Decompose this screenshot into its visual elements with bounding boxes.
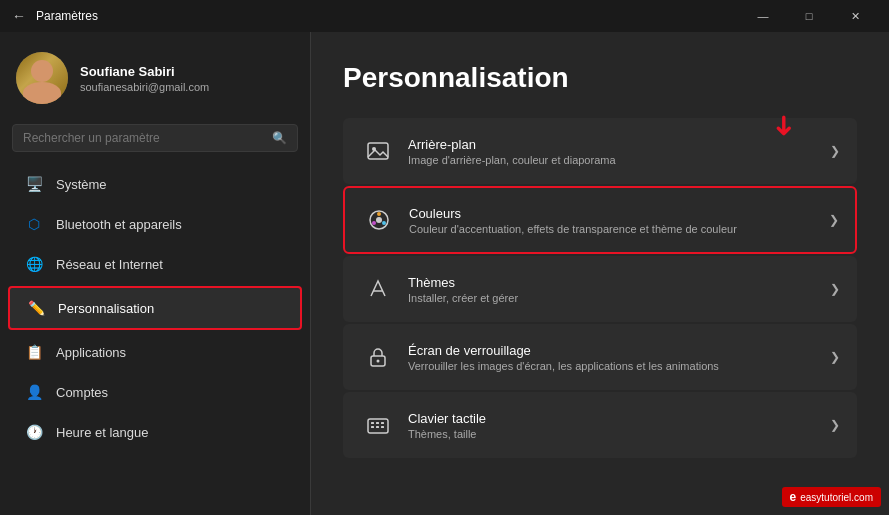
svg-rect-11 [371, 422, 374, 424]
svg-rect-16 [381, 426, 384, 428]
sidebar-item-time[interactable]: 🕐 Heure et langue [8, 412, 302, 452]
network-icon: 🌐 [24, 254, 44, 274]
lockscreen-icon [360, 339, 396, 375]
search-input[interactable] [23, 131, 264, 145]
nav-list: 🖥️ Système ⬡ Bluetooth et appareils 🌐 Ré… [0, 164, 310, 452]
colors-icon [361, 202, 397, 238]
themes-icon [360, 271, 396, 307]
close-button[interactable]: ✕ [833, 0, 877, 32]
svg-point-6 [376, 217, 382, 223]
chevron-right-icon: ❯ [830, 418, 840, 432]
svg-rect-0 [368, 143, 388, 159]
settings-item-desc: Verrouiller les images d'écran, les appl… [408, 360, 822, 372]
settings-item-desc: Thèmes, taille [408, 428, 822, 440]
svg-point-4 [382, 221, 386, 225]
accounts-icon: 👤 [24, 382, 44, 402]
chevron-right-icon: ❯ [830, 144, 840, 158]
sidebar-item-system[interactable]: 🖥️ Système [8, 164, 302, 204]
keyboard-icon [360, 407, 396, 443]
maximize-button[interactable]: □ [787, 0, 831, 32]
watermark-icon: e [790, 490, 797, 504]
search-icon: 🔍 [272, 131, 287, 145]
sidebar-item-network[interactable]: 🌐 Réseau et Internet [8, 244, 302, 284]
bluetooth-icon: ⬡ [24, 214, 44, 234]
red-arrow-down: ➜ [768, 114, 801, 137]
sidebar-item-label: Système [56, 177, 107, 192]
settings-list: ➜ Arrière-plan Image d'arrière-plan, cou… [343, 118, 857, 458]
sidebar-item-label: Applications [56, 345, 126, 360]
sidebar-item-label: Bluetooth et appareils [56, 217, 182, 232]
app-body: Soufiane Sabiri soufianesabiri@gmail.com… [0, 32, 889, 515]
window-controls: — □ ✕ [741, 0, 877, 32]
settings-item-text: Arrière-plan Image d'arrière-plan, coule… [408, 137, 822, 166]
sidebar-item-accounts[interactable]: 👤 Comptes [8, 372, 302, 412]
settings-item-lockscreen[interactable]: Écran de verrouillage Verrouiller les im… [343, 324, 857, 390]
search-box[interactable]: 🔍 [12, 124, 298, 152]
sidebar-item-label: Réseau et Internet [56, 257, 163, 272]
chevron-right-icon: ❯ [830, 350, 840, 364]
user-info: Soufiane Sabiri soufianesabiri@gmail.com [80, 64, 209, 93]
watermark: e easytutoriel.com [782, 487, 882, 507]
settings-item-desc: Image d'arrière-plan, couleur et diapora… [408, 154, 822, 166]
chevron-right-icon: ❯ [829, 213, 839, 227]
settings-item-desc: Installer, créer et gérer [408, 292, 822, 304]
settings-item-text: Couleurs Couleur d'accentuation, effets … [409, 206, 821, 235]
system-icon: 🖥️ [24, 174, 44, 194]
settings-item-text: Thèmes Installer, créer et gérer [408, 275, 822, 304]
personalization-icon: ✏️ [26, 298, 46, 318]
svg-point-3 [377, 212, 381, 216]
settings-item-text: Écran de verrouillage Verrouiller les im… [408, 343, 822, 372]
settings-item-colors[interactable]: Couleurs Couleur d'accentuation, effets … [343, 186, 857, 254]
sidebar-item-label: Personnalisation [58, 301, 154, 316]
settings-item-text: Clavier tactile Thèmes, taille [408, 411, 822, 440]
settings-item-touch-keyboard[interactable]: Clavier tactile Thèmes, taille ❯ [343, 392, 857, 458]
settings-item-name: Écran de verrouillage [408, 343, 822, 358]
titlebar: ← Paramètres — □ ✕ [0, 0, 889, 32]
svg-point-5 [372, 221, 376, 225]
settings-item-background[interactable]: ➜ Arrière-plan Image d'arrière-plan, cou… [343, 118, 857, 184]
sidebar-item-label: Heure et langue [56, 425, 149, 440]
avatar [16, 52, 68, 104]
chevron-right-icon: ❯ [830, 282, 840, 296]
svg-rect-13 [381, 422, 384, 424]
sidebar-item-bluetooth[interactable]: ⬡ Bluetooth et appareils [8, 204, 302, 244]
sidebar-item-label: Comptes [56, 385, 108, 400]
sidebar: Soufiane Sabiri soufianesabiri@gmail.com… [0, 32, 310, 515]
settings-item-desc: Couleur d'accentuation, effets de transp… [409, 223, 821, 235]
back-button[interactable]: ← [12, 8, 26, 24]
user-name: Soufiane Sabiri [80, 64, 209, 79]
main-content: Personnalisation ➜ Arrière-plan Image d'… [311, 32, 889, 515]
page-title: Personnalisation [343, 62, 857, 94]
sidebar-item-apps[interactable]: 📋 Applications [8, 332, 302, 372]
svg-rect-15 [376, 426, 379, 428]
window-title: Paramètres [36, 9, 741, 23]
settings-item-name: Clavier tactile [408, 411, 822, 426]
svg-rect-14 [371, 426, 374, 428]
apps-icon: 📋 [24, 342, 44, 362]
search-container: 🔍 [0, 120, 310, 164]
settings-item-themes[interactable]: Thèmes Installer, créer et gérer ❯ [343, 256, 857, 322]
sidebar-item-personalization[interactable]: ✏️ Personnalisation ➜ [8, 286, 302, 330]
svg-rect-12 [376, 422, 379, 424]
settings-item-name: Arrière-plan [408, 137, 822, 152]
settings-item-name: Couleurs [409, 206, 821, 221]
settings-item-name: Thèmes [408, 275, 822, 290]
svg-point-9 [377, 360, 380, 363]
user-email: soufianesabiri@gmail.com [80, 81, 209, 93]
watermark-text: easytutoriel.com [800, 492, 873, 503]
minimize-button[interactable]: — [741, 0, 785, 32]
background-icon [360, 133, 396, 169]
user-profile[interactable]: Soufiane Sabiri soufianesabiri@gmail.com [0, 32, 310, 120]
time-icon: 🕐 [24, 422, 44, 442]
